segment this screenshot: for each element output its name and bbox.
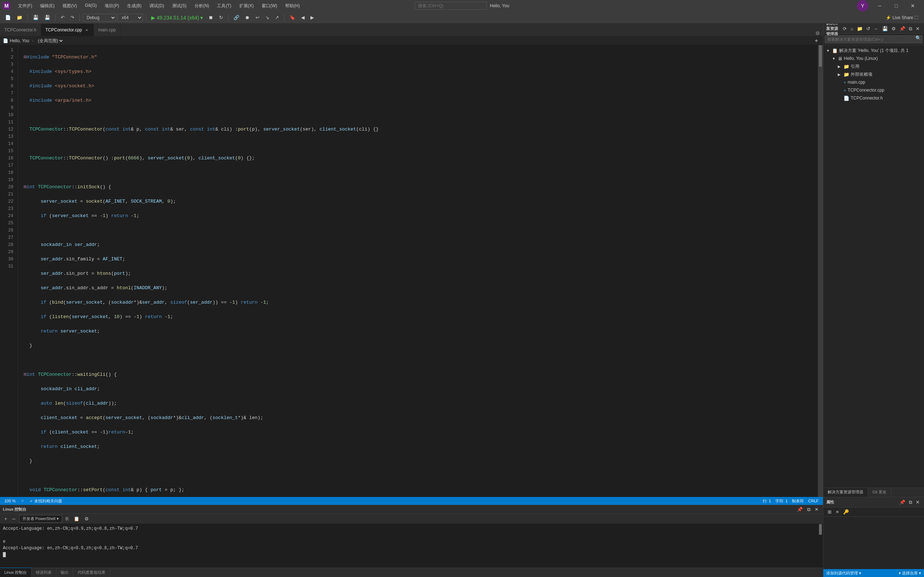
menu-edit[interactable]: 编辑(E) xyxy=(36,2,58,10)
platform-select[interactable]: x64 x86 xyxy=(118,14,143,22)
bookmark-button[interactable]: 🔖 xyxy=(287,13,297,22)
tree-solution-root[interactable]: ▼ 📋 解决方案 'Hello, You' (1 个项目, 共 1 xyxy=(823,47,924,55)
prev-bookmark-button[interactable]: ◀ xyxy=(299,13,307,22)
se-save-button[interactable]: 💾 xyxy=(881,26,889,32)
menu-debug[interactable]: 调试(D) xyxy=(146,2,168,10)
error-status[interactable]: ✓ 未找到相关问题 xyxy=(28,497,63,505)
tree-tcpconnector-cpp[interactable]: ▶ + TCPConnector.cpp xyxy=(823,86,924,94)
restart-button[interactable]: ↻ xyxy=(217,13,225,22)
menu-git[interactable]: Git(G) xyxy=(81,2,100,10)
terminal-tab-console[interactable]: Linux 控制台 xyxy=(0,567,31,577)
se-float-button[interactable]: ⧉ xyxy=(908,26,914,32)
se-pin-button[interactable]: 📌 xyxy=(898,26,907,32)
menu-window[interactable]: 窗口(W) xyxy=(258,2,281,10)
terminal-tab-output[interactable]: 输出 xyxy=(56,567,73,577)
solution-explorer-tab[interactable]: 解决方案资源管理器 xyxy=(823,488,868,497)
terminal-dash-button[interactable]: ─ xyxy=(11,516,17,522)
stop-button[interactable]: ⏹ xyxy=(207,13,215,22)
close-button[interactable]: ✕ xyxy=(905,0,921,11)
tree-main-cpp[interactable]: ▶ + main.cpp xyxy=(823,78,924,86)
bottom-panel-float-button[interactable]: ⧉ xyxy=(806,506,812,513)
next-bookmark-button[interactable]: ▶ xyxy=(308,13,316,22)
tab-tcpconnector-h[interactable]: TCPConnector.h xyxy=(0,24,41,36)
tab-main-cpp[interactable]: main.cpp xyxy=(94,24,121,36)
save-all-button[interactable]: 💾 xyxy=(31,13,41,22)
menu-file[interactable]: 文件(F) xyxy=(15,2,36,10)
tab-tcpconnector-cpp[interactable]: TCPConnector.cpp ✕ xyxy=(41,24,94,36)
char-status[interactable]: 字符: 1 xyxy=(774,497,789,505)
se-home-button[interactable]: ⌂ xyxy=(849,26,855,32)
editor-vertical-scrollbar[interactable] xyxy=(818,45,823,497)
scope-select[interactable]: (全局范围) xyxy=(36,38,64,44)
prop-float-button[interactable]: ⧉ xyxy=(908,499,914,506)
terminal-settings-button[interactable]: ⚙ xyxy=(83,516,90,522)
undo-button[interactable]: ↶ xyxy=(58,13,67,22)
tab-settings-button[interactable]: ⚙ xyxy=(813,30,823,36)
step-out-button[interactable]: ↗ xyxy=(273,13,281,22)
menu-project[interactable]: 项目(P) xyxy=(101,2,123,10)
menu-tools[interactable]: 工具(T) xyxy=(213,2,234,10)
tab-close-button[interactable]: ✕ xyxy=(84,27,89,32)
terminal-tab-metrics[interactable]: 代码度量值结果 xyxy=(73,567,110,577)
menu-build[interactable]: 生成(B) xyxy=(123,2,145,10)
tab-bar: TCPConnector.h TCPConnector.cpp ✕ main.c… xyxy=(0,24,823,36)
code-content[interactable]: ⊟#include "TCPConnector.h" #include <sys… xyxy=(18,45,818,497)
menu-help[interactable]: 帮助(H) xyxy=(281,2,304,10)
prop-list-button[interactable]: ≡ xyxy=(835,509,840,515)
prop-pin-button[interactable]: 📌 xyxy=(898,499,907,506)
se-close-button[interactable]: ✕ xyxy=(914,26,921,32)
tree-external-deps[interactable]: ▶ 📁 外部依赖项 xyxy=(823,70,924,78)
prop-close-button[interactable]: ✕ xyxy=(914,499,921,506)
menu-extensions[interactable]: 扩展(X) xyxy=(236,2,257,10)
breakpoint-button[interactable]: ⏺ xyxy=(243,13,252,22)
code-editor[interactable]: 1 2 3 4 5 6 7 8 9 10 11 12 13 14 xyxy=(0,45,818,497)
tree-tcpconnector-h[interactable]: ▶ 📄 TCPConnector.h xyxy=(823,94,924,102)
step-into-button[interactable]: ↘ xyxy=(263,13,271,22)
tree-references[interactable]: ▶ 📁 引用 xyxy=(823,62,924,70)
maximize-button[interactable]: □ xyxy=(888,0,905,11)
terminal-content[interactable]: Accept-Language: en,zh-CN;q=0.9,zh;q=0.8… xyxy=(0,524,818,567)
menu-test[interactable]: 测试(S) xyxy=(168,2,190,10)
save-button[interactable]: 💾 xyxy=(42,13,52,22)
new-terminal-button[interactable]: + xyxy=(3,516,9,522)
git-changes-tab[interactable]: Git 更改 xyxy=(868,488,891,497)
nav-add-button[interactable]: + xyxy=(813,37,820,44)
bottom-panel-pin-button[interactable]: 📌 xyxy=(795,506,804,513)
se-refresh2-button[interactable]: ↺ xyxy=(865,26,872,32)
search-input[interactable] xyxy=(415,2,487,10)
se-folder-button[interactable]: 📁 xyxy=(855,26,864,32)
solution-search-input[interactable] xyxy=(825,35,922,43)
powershell-dropdown[interactable]: 开发者 PowerShell ▾ xyxy=(19,515,62,522)
tree-project[interactable]: ▼ 🖥 Hello, You (Linux) xyxy=(823,55,924,62)
menu-view[interactable]: 视图(V) xyxy=(59,2,81,10)
prop-grid-button[interactable]: ⊞ xyxy=(826,509,833,515)
terminal-tab-errors[interactable]: 错误列表 xyxy=(31,567,56,577)
code-line-21: } xyxy=(24,342,818,350)
step-over-button[interactable]: ↩ xyxy=(254,13,262,22)
prop-key-button[interactable]: 🔑 xyxy=(842,509,850,515)
debug-mode-select[interactable]: Debug Release xyxy=(82,14,116,22)
git-icon[interactable]: ⑂ xyxy=(20,497,25,505)
line-ending-status[interactable]: CRLF xyxy=(807,497,820,505)
se-refresh-button[interactable]: ⟳ xyxy=(842,26,848,32)
se-back-button[interactable]: ← xyxy=(872,26,880,32)
copy-button[interactable]: ⎘ xyxy=(64,516,70,522)
new-file-button[interactable]: 📄 xyxy=(3,13,13,22)
right-status-text1[interactable]: 添加到源代码管理 ▾ xyxy=(826,571,861,576)
position-status[interactable]: 行: 1 xyxy=(761,497,772,505)
terminal-vertical-scrollbar[interactable] xyxy=(818,524,823,567)
paste-button[interactable]: 📋 xyxy=(72,516,81,522)
right-status-text2[interactable]: ▾ 选择合库 ▾ xyxy=(899,571,921,576)
attach-button[interactable]: 🔗 xyxy=(231,13,241,22)
run-button[interactable]: ▶ 49.234.51.14 (x64) ▾ xyxy=(149,14,205,21)
bottom-panel-close-button[interactable]: ✕ xyxy=(813,506,820,513)
menu-analyze[interactable]: 分析(N) xyxy=(191,2,213,10)
zoom-level[interactable]: 100 % xyxy=(3,497,17,505)
line-numbers: 1 2 3 4 5 6 7 8 9 10 11 12 13 14 xyxy=(0,45,18,497)
se-settings-button[interactable]: ⚙ xyxy=(890,26,897,32)
minimize-button[interactable]: ─ xyxy=(871,0,888,11)
live-share-button[interactable]: ⚡ Live Share ⛶ xyxy=(883,15,921,21)
open-file-button[interactable]: 📁 xyxy=(15,13,24,22)
redo-button[interactable]: ↷ xyxy=(68,13,76,22)
encoding-status[interactable]: 制表符 xyxy=(790,497,805,505)
